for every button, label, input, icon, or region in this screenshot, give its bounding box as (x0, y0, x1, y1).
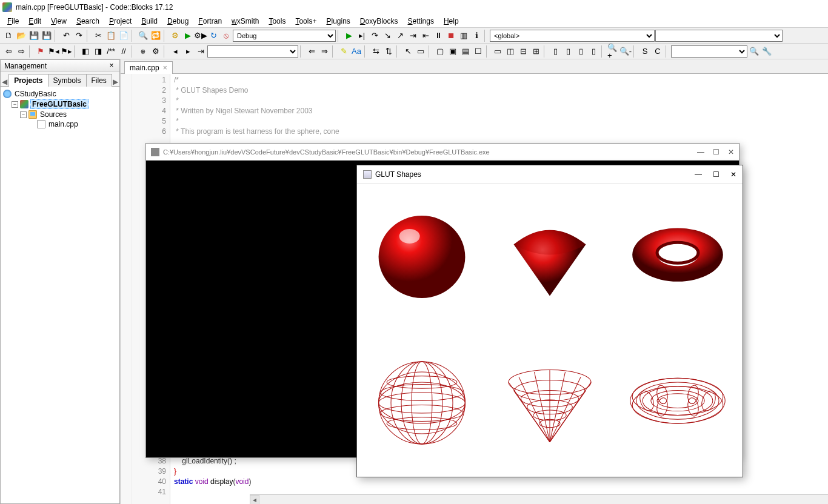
glut-maximize-button[interactable]: ☐ (713, 170, 719, 179)
glut-titlebar[interactable]: GLUT Shapes — ☐ ✕ (357, 165, 743, 184)
doxy-wizard-button[interactable]: ◨ (92, 45, 104, 58)
info-button[interactable]: ℹ (470, 30, 482, 42)
glut-shapes-window[interactable]: GLUT Shapes — ☐ ✕ (356, 165, 743, 477)
diff-next-button[interactable]: ⇒ (318, 45, 330, 58)
project-tree[interactable]: CStudyBasic −FreeGLUTBasic −Sources main… (1, 87, 119, 503)
menu-tools[interactable]: Tools (264, 16, 290, 27)
c-button[interactable]: C (652, 45, 664, 58)
win-tool3-button[interactable]: ▤ (459, 45, 472, 58)
pointer-button[interactable]: ↖ (402, 45, 414, 58)
menu-wxsmith[interactable]: wxSmith (227, 16, 264, 27)
win-tool1-button[interactable]: ▢ (434, 45, 446, 58)
bookmark-toggle-button[interactable]: ⚑ (35, 45, 47, 58)
fort-jump-select[interactable] (207, 45, 298, 58)
symbol-select[interactable] (655, 30, 783, 42)
glut-close-button[interactable]: ✕ (730, 170, 736, 179)
build-run-button[interactable]: ⚙▶ (195, 30, 207, 42)
tabs-scroll-left[interactable]: ◀ (1, 78, 8, 86)
build-target-select[interactable]: Debug (233, 30, 336, 42)
step-into-button[interactable]: ↘ (381, 30, 393, 42)
selcase-button[interactable]: Aa (350, 45, 362, 58)
layout1-button[interactable]: ▭ (492, 45, 504, 58)
scroll-left-button[interactable]: ◂ (250, 495, 259, 505)
nav-back-button[interactable]: ⇦ (2, 45, 15, 58)
block-tool2-button[interactable]: ▯ (562, 45, 574, 58)
zoom-in-button[interactable]: 🔍+ (607, 45, 619, 58)
redo-button[interactable]: ↷ (73, 30, 85, 42)
doxy-tool1-button[interactable]: ⎈ (137, 45, 149, 58)
find-button[interactable]: 🔍 (137, 30, 149, 42)
debug-start-button[interactable]: ▶ (343, 30, 355, 42)
search-go-button[interactable]: 🔍 (748, 45, 760, 58)
open-button[interactable]: 📂 (15, 30, 27, 42)
menu-fortran[interactable]: Fortran (193, 16, 227, 27)
editor-tab-main[interactable]: main.cpp × (124, 61, 173, 74)
menu-help[interactable]: Help (439, 16, 464, 27)
select-button[interactable]: ▭ (415, 45, 427, 58)
scope-select[interactable]: <global> (490, 30, 655, 42)
layout4-button[interactable]: ⊞ (530, 45, 542, 58)
highlight-button[interactable]: ✎ (338, 45, 350, 58)
menu-project[interactable]: Project (104, 16, 136, 27)
stop-button[interactable]: ⏹ (445, 30, 457, 42)
tab-symbols[interactable]: Symbols (48, 74, 87, 87)
tree-workspace[interactable]: CStudyBasic (3, 89, 117, 99)
win-tool4-button[interactable]: ☐ (472, 45, 484, 58)
tree-project[interactable]: −FreeGLUTBasic (12, 99, 117, 110)
console-titlebar[interactable]: C:¥Users¥hongjun.liu¥devVSCodeFuture¥dev… (146, 144, 739, 161)
tabs-scroll-right[interactable]: ▶ (112, 78, 119, 86)
zoom-out-button[interactable]: 🔍- (619, 45, 632, 58)
win-tool2-button[interactable]: ▣ (447, 45, 459, 58)
block-tool3-button[interactable]: ▯ (575, 45, 587, 58)
copy-button[interactable]: 📋 (105, 30, 117, 42)
tab-close-button[interactable]: × (163, 64, 167, 72)
console-maximize-button[interactable]: ☐ (713, 148, 719, 156)
glut-minimize-button[interactable]: — (695, 170, 702, 179)
search-combo[interactable] (671, 45, 747, 58)
block-tool4-button[interactable]: ▯ (587, 45, 599, 58)
menu-view[interactable]: View (46, 16, 72, 27)
menu-edit[interactable]: Edit (24, 16, 46, 27)
doxy-line-button[interactable]: // (118, 45, 130, 58)
toggle-source-button[interactable]: ⇅ (382, 45, 395, 58)
tab-files[interactable]: Files (86, 74, 112, 87)
fort-last-button[interactable]: ⇥ (195, 45, 207, 58)
save-button[interactable]: 💾 (28, 30, 40, 42)
diff-prev-button[interactable]: ⇐ (305, 45, 318, 58)
search-opts-button[interactable]: 🔧 (761, 45, 773, 58)
menu-settings[interactable]: Settings (403, 16, 439, 27)
doxy-comment-button[interactable]: /** (105, 45, 117, 58)
bookmark-next-button[interactable]: ⚑▸ (60, 45, 72, 58)
fort-fwd-button[interactable]: ▸ (182, 45, 194, 58)
console-close-button[interactable]: ✕ (728, 148, 734, 156)
console-minimize-button[interactable]: — (697, 148, 704, 156)
new-file-button[interactable]: 🗋 (2, 30, 15, 42)
nav-fwd-button[interactable]: ⇨ (15, 45, 27, 58)
block-tool1-button[interactable]: ▯ (549, 45, 561, 58)
tree-folder-sources[interactable]: −Sources (20, 110, 117, 119)
fold-margin[interactable] (121, 74, 132, 504)
menu-plugins[interactable]: Plugins (321, 16, 355, 27)
layout3-button[interactable]: ⊟ (517, 45, 529, 58)
toggle-comment-button[interactable]: ⇆ (370, 45, 382, 58)
tab-projects[interactable]: Projects (8, 74, 48, 87)
run-button[interactable]: ▶ (182, 30, 194, 42)
save-all-button[interactable]: 💾 (41, 30, 53, 42)
management-close-button[interactable]: × (107, 62, 116, 70)
menu-debug[interactable]: Debug (162, 16, 193, 27)
menu-tools+[interactable]: Tools+ (290, 16, 321, 27)
break-button[interactable]: ⏸ (432, 30, 444, 42)
menu-doxyblocks[interactable]: DoxyBlocks (355, 16, 403, 27)
build-button[interactable]: ⚙ (169, 30, 181, 42)
doxy-button[interactable]: ◧ (79, 45, 92, 58)
layout2-button[interactable]: ◫ (504, 45, 516, 58)
debug-windows-button[interactable]: ▥ (458, 30, 470, 42)
step-out-button[interactable]: ↗ (394, 30, 406, 42)
fort-back-button[interactable]: ◂ (169, 45, 181, 58)
abort-button[interactable]: ⦸ (220, 30, 232, 42)
menu-file[interactable]: File (2, 16, 24, 27)
cut-button[interactable]: ✂ (92, 30, 104, 42)
next-instr-button[interactable]: ⇥ (407, 30, 419, 42)
doxy-tool2-button[interactable]: ⚙ (150, 45, 162, 58)
replace-button[interactable]: 🔁 (150, 30, 162, 42)
